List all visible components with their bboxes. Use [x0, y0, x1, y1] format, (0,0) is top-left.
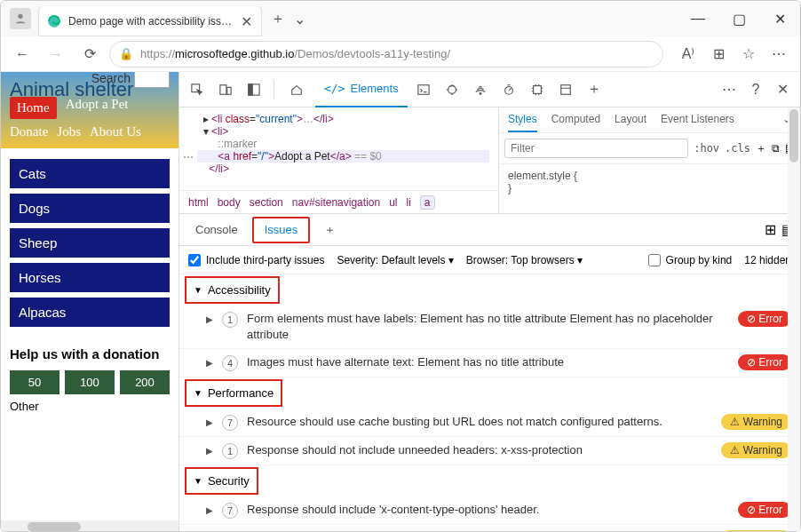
devtools-v-scrollbar[interactable]	[788, 107, 800, 532]
devtools-help-icon[interactable]: ?	[743, 77, 768, 102]
dom-tree[interactable]: ▸ <li class="current">…</li> ▾ <li> ::ma…	[179, 107, 498, 190]
styles-tab-styles[interactable]: Styles	[508, 113, 537, 132]
new-style-icon[interactable]: ＋	[756, 141, 766, 156]
devtools-close-icon[interactable]: ✕	[770, 77, 795, 102]
svg-point-8	[448, 85, 456, 93]
read-aloud-icon[interactable]: A⁾	[674, 40, 702, 68]
help-heading: Help us with a donation	[10, 346, 170, 361]
group-by-kind-checkbox[interactable]: Group by kind	[648, 254, 733, 266]
issue-row[interactable]: ▶7Resource should use cache busting but …	[179, 409, 800, 437]
new-tab-button[interactable]: ＋	[266, 6, 290, 31]
inspect-icon[interactable]	[185, 77, 210, 102]
drawer-tab-console[interactable]: Console	[185, 214, 249, 246]
devtools-top-toolbar: </>Elements ＋ ⋯ ? ✕	[179, 72, 800, 107]
device-toggle-icon[interactable]	[213, 77, 238, 102]
tab-network-icon[interactable]	[468, 77, 493, 102]
devtools-panel: </>Elements ＋ ⋯ ? ✕ ▸ <li class="current…	[178, 72, 800, 532]
address-bar[interactable]: 🔒 https://microsoftedge.github.io/Demos/…	[109, 41, 663, 67]
tab-memory-icon[interactable]	[525, 77, 550, 102]
search-label: Search	[91, 72, 131, 85]
animal-link-cats[interactable]: Cats	[10, 159, 170, 188]
issue-row[interactable]: ▶1Response should not include unneeded h…	[179, 437, 800, 465]
tab-elements[interactable]: </>Elements	[315, 72, 408, 107]
severity-badge: ⚠ Warning	[721, 414, 791, 430]
site-nav: Home Adopt a Pet Donate Jobs About Us	[10, 97, 170, 139]
activity-bar-icon[interactable]	[242, 77, 266, 102]
styles-tab-layout[interactable]: Layout	[615, 113, 646, 132]
devtools-more-icon[interactable]: ⋯	[717, 77, 742, 102]
nav-home[interactable]: Home	[10, 97, 57, 119]
browser-toolbar: ← → ⟳ 🔒 https://microsoftedge.github.io/…	[1, 36, 800, 72]
severity-badge: ⚠ Warning	[721, 442, 791, 458]
minimize-button[interactable]: —	[678, 1, 718, 36]
tab-performance-icon[interactable]	[496, 77, 521, 102]
search-input[interactable]	[134, 72, 170, 88]
tab-console-icon[interactable]	[411, 77, 436, 102]
animal-link-sheep[interactable]: Sheep	[10, 228, 170, 258]
svg-rect-7	[418, 84, 429, 94]
nav-adopt[interactable]: Adopt a Pet	[66, 97, 129, 119]
donate-100[interactable]: 100	[65, 370, 115, 394]
svg-rect-4	[227, 87, 231, 94]
svg-rect-6	[249, 83, 252, 94]
tab-actions-icon[interactable]: ⌄	[290, 6, 308, 31]
tab-application-icon[interactable]	[553, 77, 578, 102]
drawer-tab-issues[interactable]: Issues	[252, 217, 311, 243]
donate-50[interactable]: 50	[10, 370, 59, 394]
forward-button: →	[42, 40, 70, 68]
severity-select[interactable]: Default levels ▾	[381, 254, 453, 266]
maximize-button[interactable]: ▢	[718, 1, 759, 36]
page-h-scrollbar[interactable]	[1, 520, 178, 532]
cls-toggle[interactable]: .cls	[725, 142, 750, 155]
tab-title: Demo page with accessibility iss…	[68, 15, 232, 28]
issue-row[interactable]: ▶4Images must have alternate text: Eleme…	[179, 349, 800, 377]
nav-about[interactable]: About Us	[90, 124, 141, 139]
tab-welcome[interactable]	[282, 72, 312, 107]
back-button[interactable]: ←	[8, 40, 36, 68]
animal-link-horses[interactable]: Horses	[10, 263, 170, 292]
issue-row[interactable]: ▶1Form elements must have labels: Elemen…	[179, 306, 800, 349]
include-thirdparty-checkbox[interactable]: Include third-party issues	[188, 254, 324, 266]
style-rule[interactable]: element.style {	[508, 170, 791, 182]
animal-link-alpacas[interactable]: Alpacas	[10, 298, 170, 327]
issue-category-performance[interactable]: ▼ Performance	[185, 379, 282, 407]
issue-category-security[interactable]: ▼ Security	[185, 467, 258, 495]
url-path: /Demos/devtools-a11y-testing/	[294, 47, 450, 60]
styles-panel: Styles Computed Layout Event Listeners ⌄…	[498, 107, 800, 213]
animal-link-dogs[interactable]: Dogs	[10, 194, 170, 223]
styles-tab-computed[interactable]: Computed	[551, 113, 600, 132]
close-window-button[interactable]: ✕	[759, 1, 800, 36]
refresh-button[interactable]: ⟳	[75, 40, 104, 68]
issue-row[interactable]: ▶7Response should include 'x-content-typ…	[179, 496, 800, 525]
issue-category-accessibility[interactable]: ▼ Accessibility	[185, 276, 280, 304]
url-host: microsoftedge.github.io	[175, 47, 294, 60]
collections-icon[interactable]: ⊞	[704, 40, 733, 68]
issue-row[interactable]: ▶7The 'Expires' header should not be use…	[179, 525, 800, 532]
profile-avatar[interactable]	[10, 8, 31, 29]
svg-rect-11	[533, 85, 541, 93]
severity-label: Severity:	[337, 254, 378, 266]
browser-tab[interactable]: Demo page with accessibility iss… ✕	[38, 6, 262, 36]
tab-sources-icon[interactable]	[440, 77, 464, 102]
close-tab-icon[interactable]: ✕	[239, 14, 253, 28]
lock-icon: 🔒	[119, 47, 133, 60]
styles-copy-icon[interactable]: ⧉	[772, 142, 780, 155]
drawer-tab-add[interactable]: ＋	[313, 214, 346, 246]
hidden-count[interactable]: 12 hidden	[744, 254, 791, 266]
favorite-icon[interactable]: ☆	[734, 40, 763, 68]
donate-200[interactable]: 200	[120, 370, 170, 394]
nav-jobs[interactable]: Jobs	[57, 124, 81, 139]
hov-toggle[interactable]: :hov	[694, 142, 719, 155]
browser-select[interactable]: Top browsers ▾	[511, 254, 583, 266]
tab-more-icon[interactable]: ＋	[582, 77, 607, 102]
nav-donate[interactable]: Donate	[10, 124, 48, 139]
severity-badge: ⊘ Error	[738, 311, 791, 327]
svg-rect-12	[560, 84, 570, 94]
styles-filter-input[interactable]	[504, 139, 688, 158]
dom-breadcrumb[interactable]: html body section nav#sitenavigation ul …	[179, 190, 498, 213]
severity-badge: ⊘ Error	[738, 502, 791, 518]
settings-more-icon[interactable]: ⋯	[765, 40, 793, 68]
styles-tab-events[interactable]: Event Listeners	[661, 113, 734, 132]
drawer-settings-icon[interactable]: ⊞	[765, 221, 776, 238]
rendered-page: Animal shelter Search Home Adopt a Pet D…	[1, 72, 178, 532]
